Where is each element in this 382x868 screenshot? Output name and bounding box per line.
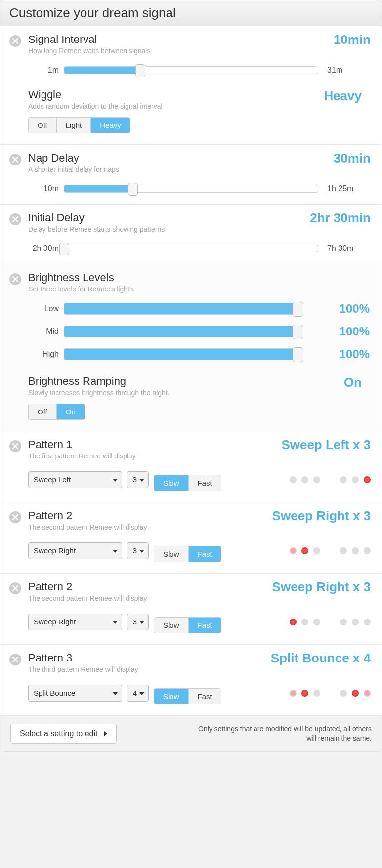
nap-delay-slider[interactable] — [64, 185, 318, 193]
wiggle-segmented: Off Light Heavy — [28, 117, 130, 133]
brightness-high-slider[interactable] — [64, 348, 303, 360]
nap-delay-value: 30min — [334, 151, 371, 166]
signal-interval-slider[interactable] — [64, 66, 318, 74]
signal-interval-value: 10min — [334, 32, 371, 47]
pattern-led-preview — [290, 619, 373, 625]
select-setting-dropdown[interactable]: Select a setting to edit — [10, 724, 117, 744]
pattern-value: Sweep Left x 3 — [281, 437, 371, 453]
led-dot — [290, 476, 297, 483]
ramping-off-button[interactable]: Off — [29, 404, 57, 419]
ramping-value: On — [344, 375, 362, 390]
pattern-select[interactable]: Sweep Right — [28, 614, 122, 630]
brightness-high-value: 100% — [303, 347, 373, 361]
close-icon[interactable] — [9, 582, 21, 594]
pattern-select[interactable]: Sweep Left — [28, 471, 122, 488]
led-dot — [364, 476, 371, 483]
wiggle-value: Heavy — [324, 88, 362, 104]
brightness-mid-value: 100% — [303, 325, 373, 338]
section-signal-interval: Signal Interval How long Remee waits bet… — [0, 26, 382, 145]
pattern-speed-fast-button[interactable]: Fast — [189, 475, 221, 491]
close-icon[interactable] — [9, 440, 21, 452]
section-pattern: Pattern 2The second pattern Remee will d… — [0, 502, 382, 574]
pattern-controls: Sweep Right3SlowFast — [28, 539, 373, 562]
slider-min-label: 1m — [28, 66, 64, 75]
brightness-mid-slider[interactable] — [64, 326, 303, 337]
pattern-count-select[interactable]: 4 — [127, 685, 149, 702]
wiggle-light-button[interactable]: Light — [57, 118, 91, 133]
pattern-speed-segmented: SlowFast — [154, 688, 221, 704]
led-dot — [290, 690, 297, 697]
pattern-controls: Sweep Right3SlowFast — [28, 610, 373, 633]
pattern-speed-segmented: SlowFast — [154, 546, 221, 562]
led-dot — [290, 619, 297, 625]
brightness-mid-label: Mid — [28, 327, 64, 336]
close-icon[interactable] — [9, 511, 21, 523]
slider-max-label: 31m — [318, 66, 373, 75]
wiggle-heavy-button[interactable]: Heavy — [91, 118, 130, 133]
brightness-low-value: 100% — [303, 302, 373, 316]
page-title: Customize your dream signal — [0, 0, 382, 26]
brightness-title: Brightness Levels — [28, 271, 373, 284]
pattern-select[interactable]: Sweep Right — [28, 542, 122, 559]
signal-interval-desc: How long Remee waits between signals — [28, 47, 373, 55]
initial-delay-slider[interactable] — [64, 245, 318, 252]
slider-min-label: 2h 30m — [28, 244, 64, 253]
pattern-speed-fast-button[interactable]: Fast — [189, 689, 221, 704]
pattern-speed-slow-button[interactable]: Slow — [154, 689, 189, 704]
wiggle-off-button[interactable]: Off — [29, 118, 57, 133]
ramping-on-button[interactable]: On — [57, 404, 85, 419]
pattern-count-select[interactable]: 3 — [127, 471, 149, 488]
led-dot — [340, 547, 347, 554]
led-dot — [301, 619, 308, 625]
pattern-controls: Split Bounce4SlowFast — [28, 681, 373, 704]
ramping-block: Brightness Ramping Slowly increases brig… — [28, 375, 373, 420]
pattern-desc: The first pattern Remee will display — [28, 452, 373, 460]
initial-delay-desc: Delay before Remee starts showing patter… — [28, 225, 373, 233]
chevron-right-icon — [104, 731, 107, 736]
section-initial-delay: Initial Delay Delay before Remee starts … — [0, 205, 382, 264]
chevron-down-icon — [113, 479, 118, 482]
led-dot — [364, 690, 371, 697]
pattern-speed-slow-button[interactable]: Slow — [154, 546, 189, 562]
pattern-speed-fast-button[interactable]: Fast — [189, 618, 221, 633]
close-icon[interactable] — [9, 654, 21, 665]
pattern-value: Split Bounce x 4 — [271, 651, 371, 666]
ramping-segmented: Off On — [28, 404, 85, 420]
pattern-speed-slow-button[interactable]: Slow — [154, 618, 189, 633]
led-dot — [301, 547, 308, 554]
wiggle-title: Wiggle — [28, 88, 373, 101]
close-icon[interactable] — [9, 273, 21, 285]
led-dot — [301, 690, 308, 697]
led-dot — [313, 690, 320, 697]
pattern-desc: The second pattern Remee will display — [28, 523, 373, 531]
close-icon[interactable] — [9, 213, 21, 225]
footer: Select a setting to edit Only settings t… — [0, 716, 382, 751]
settings-panel: Customize your dream signal Signal Inter… — [0, 0, 382, 752]
brightness-desc: Set three levels for Remee's lights. — [28, 285, 373, 293]
led-dot — [364, 547, 371, 554]
section-brightness: Brightness Levels Set three levels for R… — [0, 264, 382, 431]
slider-max-label: 7h 30m — [318, 244, 373, 253]
wiggle-block: Wiggle Adds random deviation to the sign… — [28, 88, 373, 133]
brightness-low-slider[interactable] — [64, 303, 303, 315]
pattern-count-select[interactable]: 3 — [127, 542, 149, 559]
close-icon[interactable] — [9, 35, 21, 47]
led-dot — [313, 547, 320, 554]
pattern-speed-fast-button[interactable]: Fast — [189, 546, 221, 562]
close-icon[interactable] — [9, 154, 21, 165]
chevron-down-icon — [113, 692, 118, 695]
brightness-low-label: Low — [28, 304, 64, 313]
ramping-desc: Slowly increases brightness through the … — [28, 389, 373, 397]
ramping-title: Brightness Ramping — [28, 375, 373, 388]
signal-interval-title: Signal Interval — [28, 33, 373, 46]
nap-delay-title: Nap Delay — [28, 152, 373, 165]
led-dot — [340, 690, 347, 697]
section-pattern: Pattern 1The first pattern Remee will di… — [0, 431, 382, 502]
led-dot — [301, 476, 308, 483]
led-dot — [340, 476, 347, 483]
pattern-speed-slow-button[interactable]: Slow — [154, 475, 189, 491]
footer-note: Only settings that are modified will be … — [194, 724, 372, 743]
slider-min-label: 10m — [28, 184, 64, 193]
pattern-count-select[interactable]: 3 — [127, 614, 149, 630]
pattern-select[interactable]: Split Bounce — [28, 685, 122, 702]
